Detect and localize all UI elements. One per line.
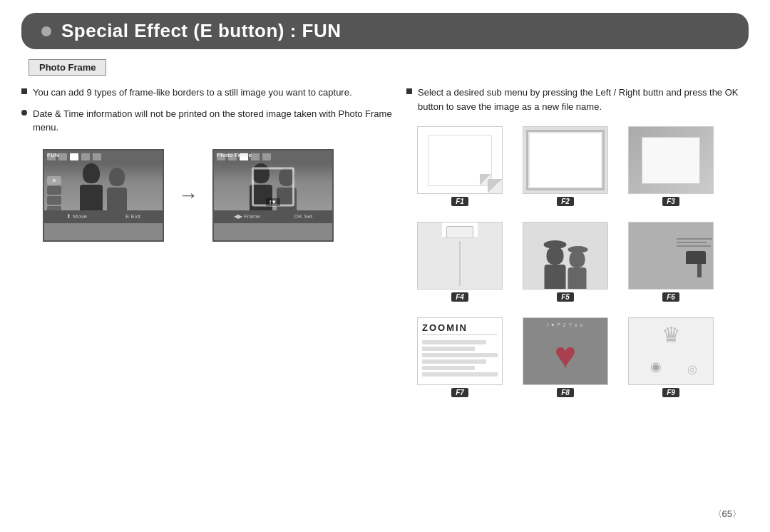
body-2	[107, 188, 127, 210]
arrow-icon: →	[178, 184, 198, 207]
f8-heart-symbol: ♥	[555, 337, 577, 374]
f6-post	[697, 262, 702, 277]
right-desc-text: Select a desired sub menu by pressing th…	[418, 86, 749, 113]
frame-thumb-6	[628, 222, 714, 290]
cam1-image	[44, 163, 163, 210]
f7-zoomin-title: ZOOMIN	[422, 322, 498, 335]
f5-body1	[545, 265, 566, 289]
camera-screen-1: FUN	[43, 149, 164, 242]
frame-thumb-3	[628, 126, 714, 194]
frame-thumb-5	[523, 222, 608, 290]
frame-thumb-2	[523, 126, 608, 194]
frame-thumb-1	[417, 126, 503, 194]
frame-label-9: F9	[662, 388, 679, 397]
person-1	[80, 163, 103, 210]
cam1-icon3	[70, 153, 78, 160]
cam1-label: FUN	[47, 152, 58, 158]
bullet-circle-icon	[21, 110, 27, 116]
photo-frame-label: Photo Frame	[29, 59, 106, 76]
page-footer: 〈65〉	[713, 508, 741, 521]
f7-line2	[422, 347, 475, 351]
frame-label-3: F3	[662, 197, 679, 206]
frame-cell-3: F3	[625, 126, 717, 212]
silhouette-group-1	[80, 163, 127, 210]
right-desc: Select a desired sub menu by pressing th…	[406, 86, 749, 113]
frame-cell-8: I ♥ F 2 Y o u ♥ F8	[519, 317, 612, 403]
f5-head2	[570, 250, 585, 267]
f4-top	[442, 222, 478, 238]
right-bullet-icon	[406, 88, 412, 94]
page-title: Special Effect (E button) : FUN	[61, 20, 342, 42]
f7-line5	[422, 366, 475, 370]
f7-line4	[422, 359, 486, 364]
f9-item: ◎	[687, 362, 697, 376]
frame-label-2: F2	[557, 197, 574, 206]
f4-body	[459, 241, 461, 286]
right-panel: Select a desired sub menu by pressing th…	[406, 86, 749, 403]
f7-line1	[422, 340, 486, 344]
f9-ring: ◉	[650, 359, 662, 374]
header-dot	[41, 26, 51, 36]
cam1-icon5	[93, 153, 101, 160]
frame-cell-4: F4	[414, 222, 506, 307]
f8-top-text: I ♥ F 2 Y o u	[547, 322, 583, 327]
frame-thumb-7: ZOOMIN	[417, 317, 503, 385]
frame-thumb-9: ♛ ◉ ◎	[628, 317, 714, 385]
frame-cell-1: F1	[414, 126, 506, 212]
cam1-menu-item3	[47, 196, 61, 205]
cam1-menu-item4	[47, 206, 61, 210]
f4-tab	[446, 226, 473, 237]
bullet-1-text: You can add 9 types of frame-like border…	[33, 86, 352, 100]
bullet-2-text: Date & Time information will not be prin…	[33, 107, 392, 135]
content-area: You can add 9 types of frame-like border…	[0, 86, 770, 403]
cam2-set-label: OK Set	[294, 213, 312, 220]
f5-person2	[568, 250, 587, 289]
camera-screen-2: Photo Frame	[212, 149, 334, 242]
frame-thumb-4	[417, 222, 503, 290]
frame-cell-7: ZOOMIN F7	[414, 317, 506, 403]
frame-cell-9: ♛ ◉ ◎ F9	[625, 317, 717, 403]
cam1-menu-item1	[47, 176, 61, 185]
frame-cell-5: F5	[519, 222, 612, 307]
cam1-icon4	[81, 153, 90, 160]
frame-label-4: F4	[451, 292, 468, 302]
f3-inner	[642, 137, 700, 184]
f5-couple	[545, 246, 587, 289]
frames-grid: F1 F2 F3	[414, 126, 749, 403]
cam2-image: f▼	[214, 163, 332, 210]
frame-cell-2: F2	[519, 126, 612, 212]
bullet-1: You can add 9 types of frame-like border…	[21, 86, 392, 100]
cam1-icon2	[58, 153, 67, 160]
cam1-bottom: ⬆ Move E Exit	[44, 210, 163, 223]
head-2	[109, 168, 125, 186]
f5-person1	[545, 246, 566, 289]
f9-crown: ♛	[662, 322, 681, 347]
f7-line3	[422, 353, 498, 357]
person-2	[107, 168, 127, 210]
page-header: Special Effect (E button) : FUN	[21, 13, 749, 49]
head-1	[83, 163, 100, 183]
cam2-icon5	[262, 153, 271, 160]
frame-cell-6: F6	[625, 222, 717, 307]
frame-label-8: F8	[557, 388, 574, 397]
camera-screens-group: FUN	[43, 149, 392, 242]
cam1-menu-item2	[47, 186, 61, 195]
cam1-exit-label: E Exit	[125, 213, 140, 220]
photo-frame-tab: Photo Frame	[0, 59, 770, 86]
body-1	[80, 185, 103, 210]
f7-line6	[422, 372, 498, 377]
cam1-move-label: ⬆ Move	[66, 213, 87, 220]
cam1-toolbar	[44, 150, 163, 163]
frame-label-5: F5	[557, 292, 574, 302]
left-panel: You can add 9 types of frame-like border…	[21, 86, 392, 403]
f1-corner	[480, 174, 491, 185]
f6-stripes	[677, 238, 712, 247]
cam1-people	[44, 163, 163, 210]
cam2-bottom: ◀▶ Frame OK Set	[214, 210, 332, 223]
cam2-frame-label: ◀▶ Frame	[234, 213, 260, 220]
frame-label-7: F7	[451, 388, 468, 397]
frame-label-1: F1	[451, 197, 468, 206]
cam2-icon4	[251, 153, 260, 160]
frame-thumb-8: I ♥ F 2 Y o u ♥	[523, 317, 608, 385]
page-number: 〈65〉	[713, 508, 741, 519]
